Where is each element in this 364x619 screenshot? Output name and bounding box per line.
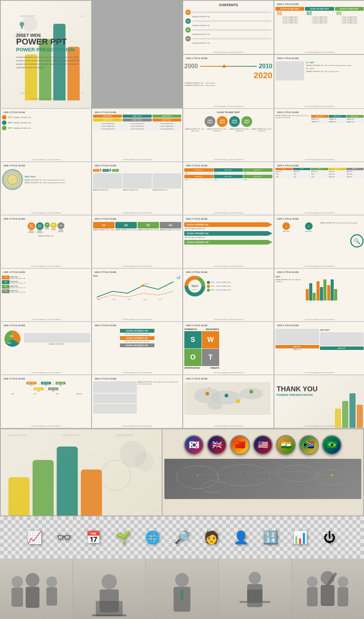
worldmap-slide: ADD A TITLE SLIDE bbox=[183, 375, 274, 428]
timeline-copyright: COPYRIGHT ASADAL, ALL RIGHTS RESERVED bbox=[183, 106, 274, 107]
svg-rect-43 bbox=[46, 587, 57, 606]
svg-point-28 bbox=[278, 465, 316, 482]
slide-title-grid-boxes: ADD A TITLE SLIDE bbox=[184, 163, 272, 167]
people-info-copyright: COPYRIGHT ASADAL, ALL RIGHTS RESERVED bbox=[274, 372, 364, 374]
svg-text:TEXT: TEXT bbox=[143, 299, 147, 300]
people-section: asadal.com asadal.com asadal.com bbox=[0, 558, 364, 619]
pie-people-slide: ADD A TITLE SLIDE 20% 21% ASADAL I bbox=[1, 322, 91, 374]
icon-barschart: 📊 bbox=[288, 525, 313, 550]
people-arrows-copyright: COPYRIGHT ASADAL, ALL RIGHTS RESERVED bbox=[92, 212, 182, 214]
contents-slide: CONTENTS 01 ASADAL INTERNET, INC. 02 ASA… bbox=[183, 1, 274, 54]
page-wrapper: asadal.com asadal.com asadal.com asadal.… bbox=[0, 0, 364, 619]
bars-copyright: COPYRIGHT ASADAL, ALL RIGHTS RESERVED bbox=[1, 319, 91, 320]
svg-rect-61 bbox=[338, 587, 348, 606]
svg-rect-47 bbox=[92, 614, 126, 616]
flow-arrows-slide: ADD A TITLE SLIDE ADD TEXT TEXT → ADD TE… bbox=[1, 375, 91, 428]
contents-copyright: COPYRIGHT ASADAL, ALL RIGHTS RESERVED bbox=[183, 52, 274, 53]
watermark-4: asadal.com bbox=[81, 91, 84, 95]
slide-title-swot: ADD A TITLE SLIDE bbox=[184, 323, 272, 327]
flag-usa: 🇺🇸 bbox=[253, 435, 273, 455]
slide-title-circles: ADD A TITLE SLIDE bbox=[2, 110, 90, 114]
svg-point-30 bbox=[202, 481, 225, 493]
svg-line-33 bbox=[297, 471, 332, 475]
circular-copyright: COPYRIGHT ASADAL, ALL RIGHTS RESERVED bbox=[1, 212, 91, 214]
icon-123: 🔢 bbox=[258, 525, 283, 550]
click-to-add-label: CLICK TO ADD TEXT bbox=[184, 110, 272, 115]
three-banners-slide: ADD A TITLE SLIDE ASADAL INTERNET, INC. … bbox=[92, 322, 182, 374]
people-arrows-slide: ADD A TITLE SLIDE TEXT TEXT TEXT bbox=[92, 162, 182, 215]
people-photo-5: asadal.com bbox=[292, 558, 364, 619]
svg-point-60 bbox=[338, 576, 348, 587]
svg-text:add text: add text bbox=[192, 289, 198, 291]
slide-title-large-grid: ADD A TITLE SLIDE bbox=[275, 163, 364, 167]
arrow-banners-copyright: COPYRIGHT ASADAL, ALL RIGHTS RESERVED bbox=[183, 266, 274, 267]
icon-calendar: 📅 bbox=[81, 525, 106, 550]
icon-search: 🔎 bbox=[170, 525, 195, 550]
slide-title-flow: ADD A TITLE SLIDE bbox=[2, 376, 90, 380]
svg-point-48 bbox=[175, 573, 189, 587]
addtext-slide: ADD A TITLE SLIDE ADD TEXT ADD TEXT ADD … bbox=[92, 109, 182, 161]
slide-title-arrows: ADD A TITLE SLIDE bbox=[184, 217, 272, 220]
click-circles-copyright: COPYRIGHT ASADAL, ALL RIGHTS RESERVED bbox=[183, 159, 274, 161]
slide-title-addtext: ADD A TITLE SLIDE bbox=[93, 110, 181, 114]
svg-rect-58 bbox=[321, 585, 334, 606]
numbered-steps-slide: ADD A TITLE SLIDE 01 ASADAL INTERNET, IN… bbox=[92, 215, 182, 268]
asset-watermark-3: asadal.com bbox=[116, 433, 133, 437]
svg-rect-50 bbox=[180, 589, 184, 601]
flag-korea: 🇰🇷 bbox=[184, 435, 204, 455]
photo-text-slide: ADD A TITLE SLIDE 01. TEXT ASADAL INTERN… bbox=[274, 55, 364, 108]
svg-text:TEXT: TEXT bbox=[158, 299, 162, 300]
svg-text:TEXT: TEXT bbox=[112, 299, 116, 300]
swot-copyright: COPYRIGHT ASADAL, ALL RIGHTS RESERVED bbox=[183, 372, 274, 374]
svg-point-27 bbox=[217, 465, 271, 486]
slide-title-numbered: ADD A TITLE SLIDE bbox=[275, 2, 364, 6]
svg-point-24 bbox=[236, 399, 240, 403]
svg-point-20 bbox=[207, 401, 223, 410]
flag-sa: 🇿🇦 bbox=[299, 435, 319, 455]
svg-point-34 bbox=[197, 474, 199, 476]
bubble-slide: ADD A TITLE SLIDE ADDTEXT ASADALINTERNET… bbox=[1, 215, 91, 268]
grid-boxes-copyright: COPYRIGHT ASADAL, ALL RIGHTS RESERVED bbox=[183, 212, 274, 214]
svg-text:20%: 20% bbox=[10, 335, 14, 337]
hero-copyright: COPYRIGHT ASADAL, ALL RIGHTS RESERVED bbox=[8, 98, 84, 100]
thankyou-slide: THANK YOU POWER PRESENTATION COPYRIGHT A… bbox=[274, 375, 364, 428]
slide-title-info: ADD A TITLE SLIDE bbox=[275, 217, 364, 220]
svg-point-22 bbox=[225, 394, 228, 397]
svg-text:TEXT: TEXT bbox=[192, 285, 199, 287]
slide-title-grid: ADD A TITLE SLIDE bbox=[275, 110, 364, 114]
flag-india: 🇮🇳 bbox=[276, 435, 296, 455]
people-info-slide: ADD A TITLE SLIDE ADD TEXT ASADAL, INC. … bbox=[274, 322, 364, 374]
svg-point-37 bbox=[331, 474, 333, 476]
icon-plant: 🌱 bbox=[111, 525, 136, 550]
hero-slide: asadal.com asadal.com asadal.com asadal.… bbox=[1, 1, 91, 108]
svg-point-36 bbox=[296, 470, 298, 473]
large-grid-copyright: COPYRIGHT ASADAL, ALL RIGHTS RESERVED bbox=[274, 212, 364, 214]
hero-title: POWER PPT bbox=[16, 38, 84, 46]
slide-title-bars: ADD A TITLE SLIDE bbox=[2, 270, 90, 274]
svg-point-44 bbox=[102, 574, 117, 589]
svg-rect-39 bbox=[11, 588, 23, 607]
contents-title: CONTENTS bbox=[183, 1, 274, 7]
slide-title-donut: ADD A TITLE SLIDE bbox=[184, 270, 272, 274]
slide-title-circular: ADD A TITLE SLIDE bbox=[2, 163, 90, 167]
swot-slide: ADD A TITLE SLIDE STRENGTH WEAKNESS S W … bbox=[183, 322, 274, 374]
svg-point-38 bbox=[11, 576, 23, 588]
slide-title-timeline: ADD A TITLE SLIDE bbox=[184, 56, 272, 60]
circles-copyright: COPYRIGHT ASADAL, ALL RIGHTS RESERVED bbox=[1, 159, 91, 161]
worldmap-copyright: COPYRIGHT ASADAL, ALL RIGHTS RESERVED bbox=[183, 425, 274, 427]
icon-power: ⏻ bbox=[317, 525, 342, 550]
svg-point-29 bbox=[316, 470, 347, 485]
svg-rect-41 bbox=[26, 587, 39, 608]
thankyou-copyright: COPYRIGHT ASADAL, ALL RIGHTS RESERVED bbox=[274, 425, 364, 427]
svg-point-55 bbox=[307, 576, 318, 587]
flow-copyright: COPYRIGHT ASADAL, ALL RIGHTS RESERVED bbox=[1, 425, 91, 427]
flag-brazil: 🇧🇷 bbox=[322, 435, 342, 455]
svg-point-40 bbox=[26, 573, 39, 587]
people-photo-slide: ADD A TITLE SLIDE ASADAL INTERNET, INC. … bbox=[92, 375, 182, 428]
info-boxes-slide: ADD A TITLE SLIDE + ADD TEXT + ADD TEXT … bbox=[274, 215, 364, 268]
svg-text:TEXT: TEXT bbox=[97, 299, 101, 300]
watermark-2: asadal.com bbox=[81, 14, 84, 18]
circles-slide: ADD A TITLE SLIDE TEXT ASADAL INTERNET, … bbox=[1, 109, 91, 161]
addtext-copyright: COPYRIGHT ASADAL, ALL RIGHTS RESERVED bbox=[92, 159, 182, 161]
slide-title-barchart: ADD A TITLE SLIDE bbox=[275, 270, 364, 274]
